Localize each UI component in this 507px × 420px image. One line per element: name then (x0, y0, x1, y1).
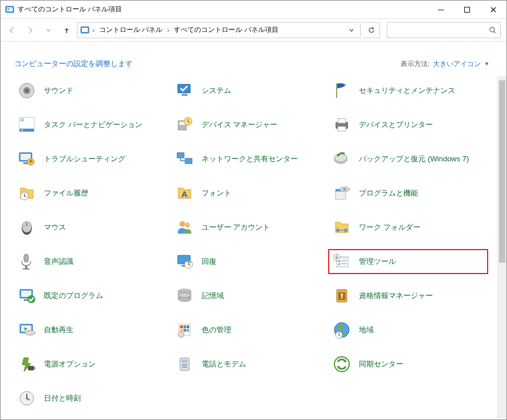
speaker-icon (17, 80, 37, 101)
control-panel-item[interactable]: セキュリティとメンテナンス (329, 79, 487, 102)
svg-point-49 (336, 229, 340, 232)
search-input[interactable] (387, 22, 501, 38)
svg-point-97 (183, 364, 185, 366)
svg-point-99 (182, 366, 183, 368)
autoplay-icon (17, 320, 37, 340)
svg-point-35 (184, 160, 186, 162)
svg-rect-61 (341, 260, 347, 262)
control-panel-item[interactable]: 既定のプログラム (14, 284, 172, 307)
item-label: 日付と時刻 (44, 394, 81, 403)
svg-rect-66 (336, 260, 337, 262)
svg-rect-16 (21, 119, 24, 120)
svg-rect-5 (465, 7, 470, 12)
svg-point-104 (26, 398, 28, 399)
svg-point-96 (182, 364, 183, 366)
control-panel-item[interactable]: 電話とモデム (172, 353, 330, 376)
svg-point-48 (185, 223, 190, 228)
control-panel-item[interactable]: ネットワークと共有センター (172, 148, 330, 170)
svg-rect-3 (7, 10, 9, 10)
scrollbar-thumb[interactable] (499, 80, 505, 263)
control-panel-item[interactable]: バックアップと復元 (Windows 7) (329, 148, 487, 170)
credential-icon (332, 286, 352, 306)
vertical-scrollbar[interactable] (497, 76, 506, 418)
control-panel-item[interactable]: システム (172, 79, 330, 102)
control-panel-item[interactable]: 地域 (329, 319, 487, 341)
svg-point-100 (183, 366, 185, 368)
item-label: トラブルシューティング (44, 154, 125, 164)
close-button[interactable] (480, 1, 506, 19)
control-panel-item[interactable]: デバイスとプリンター (329, 113, 487, 136)
control-panel-item[interactable]: 記憶域 (172, 284, 330, 307)
view-mode-label: 表示方法: (400, 59, 430, 69)
svg-rect-92 (28, 366, 34, 370)
minimize-button[interactable] (428, 1, 454, 19)
control-panel-item[interactable]: 回復 (172, 250, 330, 273)
control-panel-item[interactable]: 自動再生 (14, 319, 172, 341)
breadcrumb-separator: › (91, 26, 96, 34)
item-label: デバイス マネージャー (202, 120, 278, 129)
chevron-down-icon: ▼ (484, 61, 489, 67)
item-label: ファイル履歴 (44, 189, 88, 198)
region-icon (332, 320, 352, 340)
svg-rect-93 (34, 367, 35, 369)
recovery-icon (174, 251, 195, 272)
maximize-button[interactable] (454, 1, 480, 19)
content-header: コンピューターの設定を調整します 表示方法: 大きいアイコン ▼ (1, 42, 506, 76)
forward-button[interactable] (22, 22, 38, 38)
svg-rect-46 (26, 222, 27, 226)
svg-point-34 (179, 157, 181, 159)
item-label: 同期センター (359, 360, 403, 369)
control-panel-item[interactable]: 管理ツール (329, 250, 487, 273)
datetime-icon (17, 388, 37, 409)
fonts-icon: A (174, 183, 195, 203)
programs-icon (332, 183, 352, 203)
page-heading: コンピューターの設定を調整します (14, 59, 133, 69)
svg-rect-86 (180, 329, 183, 332)
recent-locations-button[interactable] (40, 22, 56, 38)
control-panel-item[interactable]: 資格情報マネージャー (329, 284, 487, 307)
item-label: ワーク フォルダー (359, 223, 420, 232)
breadcrumb-1[interactable]: コントロール パネル (97, 25, 165, 35)
address-drop-button[interactable] (345, 27, 358, 33)
item-label: プログラムと機能 (359, 189, 418, 198)
svg-rect-4 (438, 10, 444, 10)
control-panel-item[interactable]: 色の管理 (172, 319, 330, 341)
control-panel-item[interactable]: ワーク フォルダー (329, 216, 487, 239)
control-panel-item[interactable]: 電源オプション (14, 353, 172, 376)
item-label: デバイスとプリンター (359, 120, 433, 129)
control-panel-item[interactable]: 同期センター (329, 353, 487, 376)
phone-icon (174, 354, 195, 374)
control-panel-item[interactable]: ユーザー アカウント (172, 216, 330, 239)
svg-rect-85 (187, 325, 189, 328)
svg-point-43 (343, 189, 346, 190)
control-panel-item[interactable]: 日付と時刻 (14, 387, 172, 410)
svg-rect-31 (30, 160, 31, 163)
svg-rect-24 (338, 127, 346, 131)
admintools-icon (332, 251, 352, 272)
control-panel-item[interactable]: 音声認識 (14, 250, 172, 273)
power-icon (17, 354, 37, 374)
control-panel-item[interactable]: ファイル履歴 (14, 182, 172, 205)
taskbar-icon (17, 115, 37, 135)
color-icon (174, 320, 195, 340)
back-button[interactable] (4, 22, 20, 38)
control-panel-grid: サウンドシステムセキュリティとメンテナンスタスク バーとナビゲーションデバイス … (1, 76, 506, 417)
address-bar[interactable]: › コントロール パネル › すべてのコントロール パネル項目 (77, 22, 361, 38)
control-panel-item[interactable]: マウス (14, 216, 172, 239)
control-panel-item[interactable]: デバイス マネージャー (172, 113, 330, 136)
svg-rect-60 (338, 263, 340, 265)
control-panel-item[interactable]: タスク バーとナビゲーション (14, 113, 172, 136)
control-panel-item[interactable]: トラブルシューティング (14, 148, 172, 170)
users-icon (174, 217, 195, 238)
up-button[interactable] (59, 22, 75, 38)
breadcrumb-2[interactable]: すべてのコントロール パネル項目 (171, 25, 280, 35)
refresh-button[interactable] (363, 22, 380, 38)
control-panel-item[interactable]: Aフォント (172, 182, 330, 205)
view-mode-selector[interactable]: 表示方法: 大きいアイコン ▼ (400, 59, 489, 69)
control-panel-item[interactable]: プログラムと機能 (329, 182, 487, 205)
svg-rect-7 (82, 28, 88, 32)
content-scroll-area: サウンドシステムセキュリティとメンテナンスタスク バーとナビゲーションデバイス … (1, 76, 506, 418)
printer-icon (332, 115, 352, 135)
control-panel-item[interactable]: サウンド (14, 79, 172, 102)
item-label: フォント (202, 189, 231, 198)
